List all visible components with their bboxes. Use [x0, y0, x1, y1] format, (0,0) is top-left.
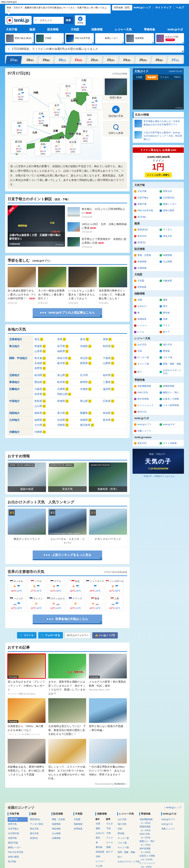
footer-link-天気図[interactable]: 天気図 [73, 817, 94, 822]
sidebar-item-気象ニュース[interactable]: 気象ニュース [133, 428, 158, 434]
footer-link-豪雨レーダー[interactable]: 豪雨レーダー [8, 845, 28, 850]
world-city-ケアンズ[interactable]: ケアンズ☀19℃/13℃ [66, 595, 85, 611]
footer-link-海の天気[interactable]: 海の天気 [117, 822, 137, 827]
city-forecast-名古屋[interactable]: 名古屋☾31/2310% [65, 140, 81, 154]
prefecture-link-千葉県[interactable]: 千葉県注 [103, 356, 126, 360]
movie-caption-link[interactable]: 「天気の子」の特設サイトはこちら [132, 475, 184, 478]
prefecture-link-熊本県[interactable]: 熊本県注 [103, 418, 126, 422]
prefecture-link-茨城県[interactable]: 茨城県注 [34, 362, 57, 365]
bg-state[interactable]: OFF [124, 6, 130, 9]
prefecture-link-佐賀県[interactable]: 佐賀県注 [57, 418, 80, 422]
header-link-1[interactable]: サイトマップ [155, 6, 171, 9]
sidebar-item-桜開花情報[interactable]: 桜開花情報 [158, 383, 184, 390]
typhoon-alert-bar[interactable]: ✓ 17日15時現在、フィリピンの東の台風5号は大型の台風になりました [5, 45, 184, 53]
sidebar-item-気象衛星[interactable]: 気象衛星 [158, 278, 184, 284]
sidebar-item-花粉飛散情報[interactable]: 花粉飛散情報 [133, 383, 158, 390]
footer-link-山の天気[interactable]: 山の天気 [117, 817, 137, 822]
sidebar-item-星空[interactable]: 星空 [158, 303, 184, 310]
date-tab-21[interactable]: 21(日) [70, 56, 87, 64]
supple-more-button[interactable]: ●●●tenki.jpサプリの人気記事はこちら [33, 308, 102, 318]
region-label-沖縄[interactable]: 沖縄 [33, 91, 38, 94]
article-card[interactable]: 自販機あるある。硬貨や紙幣を何度投入しても、釣り銭口に戻ってきてしまう不思議 [8, 739, 45, 780]
prefecture-link-大分県[interactable]: 大分県注 [34, 424, 57, 427]
outbrain-attribution[interactable]: Recommended by Outbrain ▷ [8, 782, 127, 785]
rain-radar-widget[interactable]: 雨雲の動き [103, 77, 129, 101]
world-city-台北[interactable]: 台北☀☂28℃/25℃ [66, 578, 85, 594]
sidebar-item-ゴルフ場[interactable]: ゴルフ場 [158, 354, 184, 361]
current-location-button[interactable]: 現在地 [75, 15, 86, 25]
sidebar-item-服装[interactable]: 服装 [158, 297, 184, 303]
quick-link-お出かけ天気[interactable]: お出かけ天気おすすめ [155, 33, 184, 43]
quick-link-雨雲の動き(実況)[interactable]: 雨雲の動き(実況) [5, 33, 34, 43]
prefecture-link-長崎県[interactable]: 長崎県注 [80, 418, 103, 422]
prefecture-link-山梨県[interactable]: 山梨県注 [103, 362, 126, 365]
quick-link-天気図[interactable]: 天気図 [35, 33, 64, 43]
sidebar-item-釣り[interactable]: 釣り [133, 367, 158, 377]
world-city-グアム[interactable]: グアム☀☂31℃/28℃ [47, 578, 65, 594]
footer-link-気象ニュース[interactable]: 気象ニュース [161, 827, 181, 831]
prefecture-link-埼玉県[interactable]: 埼玉県注 [80, 356, 103, 360]
search-input[interactable] [33, 17, 64, 24]
date-tab-20[interactable]: 20(土) [54, 56, 70, 64]
satellite-map-image[interactable]: © tenki.jp [133, 80, 184, 110]
sidebar-item-天気図[interactable]: 天気図 [133, 278, 158, 284]
footer-link-tenki.jpラボ[interactable]: tenki.jpラボ [161, 822, 181, 827]
prefecture-link-岡山県[interactable]: 岡山県注 [80, 399, 103, 403]
supple-card[interactable]: ネバネバ食材は栄養満点？美味しく夏を乗り切ろう！07月17日 [38, 267, 66, 305]
city-forecast-新潟[interactable]: 新潟☾28/220% [60, 84, 76, 98]
sidebar-item-洗濯[interactable]: 洗濯 [133, 297, 158, 303]
article-card[interactable]: Promoted楽しみ方はさまざま「グレンフィディック」の味わいをレポートサント… [8, 654, 45, 695]
prefecture-link-宮城県[interactable]: 宮城県注 [80, 345, 103, 348]
guide-tab-アメダス[interactable]: アメダス [158, 75, 171, 80]
region-label-北陸[interactable]: 北陸 [61, 125, 66, 128]
footer-link-熱中症情報[interactable]: 熱中症情報 [139, 846, 159, 851]
nav-item-tenki.jpラボ[interactable]: tenki.jpラボ [167, 28, 183, 31]
featured-item[interactable]: 人気の日直予報士も配信中！tenki.jp公式Twitterをチェック！天気、防… [133, 129, 184, 143]
prefecture-link-徳島県[interactable]: 徳島県注 [34, 411, 57, 415]
nav-item-レジャー天気[interactable]: レジャー天気 [115, 28, 132, 31]
prefecture-link-沖縄県[interactable]: 沖縄県注 [34, 430, 57, 434]
footer-link-ビール[interactable]: ビール [106, 840, 116, 845]
prefecture-link-長野県[interactable]: 長野県注 [34, 367, 57, 370]
browser-url-bar[interactable]: https://tenki.jp/# [0, 0, 189, 4]
city-forecast-釧路[interactable]: 釧路☁☂19/1670% [86, 96, 102, 110]
date-tab-25[interactable]: 25(木) [135, 56, 151, 64]
nav-item-天気図[interactable]: 天気図 [71, 28, 79, 31]
sidebar-item-世界衛星[interactable]: 世界衛星 [133, 284, 158, 290]
footer-link-野球場[interactable]: 野球場 [117, 831, 137, 836]
footer-link-傘[interactable]: 傘 [95, 840, 105, 845]
footer-link-洗車[interactable]: 洗車 [95, 854, 105, 859]
footer-link-火山情報[interactable]: 火山情報 [52, 831, 72, 836]
footer-link-過去天気[interactable]: 過去天気 [30, 831, 50, 836]
sidebar-item-火山情報[interactable]: 火山情報 [158, 258, 184, 265]
footer-link-お出かけスポット天気[interactable]: お出かけスポット天気 [117, 859, 137, 864]
date-tab-19[interactable]: 19(金) [38, 56, 54, 64]
region-label-九州[interactable]: 九州 [32, 131, 37, 134]
prefecture-link-福岡県[interactable]: 福岡県注 [34, 418, 57, 422]
sidebar-item-世界の雨雲[interactable]: 世界の雨雲 [158, 208, 184, 214]
nav-item-指数情報[interactable]: 指数情報 [91, 28, 102, 31]
prefecture-link-栃木県[interactable]: 栃木県注 [57, 362, 80, 365]
quick-link-豪雨レーダー[interactable]: 豪雨レーダー [95, 33, 124, 43]
prefecture-link-道央[interactable]: 道央注 [80, 338, 103, 341]
nav-item-季節特集[interactable]: 季節特集 [144, 28, 155, 31]
prefecture-link-宮崎県[interactable]: 宮崎県注 [57, 424, 80, 427]
sidebar-item-海の天気[interactable]: 海の天気 [158, 341, 184, 348]
prefecture-link-高知県[interactable]: 高知県注 [103, 411, 126, 415]
date-tab-17[interactable]: 17(水) [5, 56, 22, 64]
prefecture-link-香川県[interactable]: 香川県注 [57, 411, 80, 415]
supple-card[interactable]: 浴衣着用の簡単ポイントを知って、今夏は素敵な着こなしを！07月16日 [99, 267, 127, 305]
date-tab-24[interactable]: 24(水) [119, 56, 135, 64]
date-tab-23[interactable]: 23(火) [102, 56, 119, 64]
sidebar-item-津波情報[interactable]: 津波情報 [133, 258, 158, 265]
guide-tab-PM2.5[interactable]: PM2.5 [171, 75, 184, 80]
sidebar-item-GWの天気[interactable]: GWの天気 [133, 390, 158, 396]
footer-link-不快[interactable]: 不快 [106, 826, 116, 831]
sidebar-item-体感温度[interactable]: 体感温度 [133, 316, 158, 322]
city-forecast-高知[interactable]: 高知☾☂30/2450% [35, 142, 51, 156]
footer-link-日直予報士[interactable]: 日直予報士 [8, 827, 28, 831]
prefecture-link-和歌山県[interactable]: 和歌山県注 [57, 393, 80, 396]
footer-link-冷房[interactable]: 冷房 [106, 831, 116, 836]
footer-link-蚊ケア[interactable]: 蚊ケア [106, 849, 116, 854]
tweet-button[interactable]: 🐦ツイート [17, 632, 37, 639]
